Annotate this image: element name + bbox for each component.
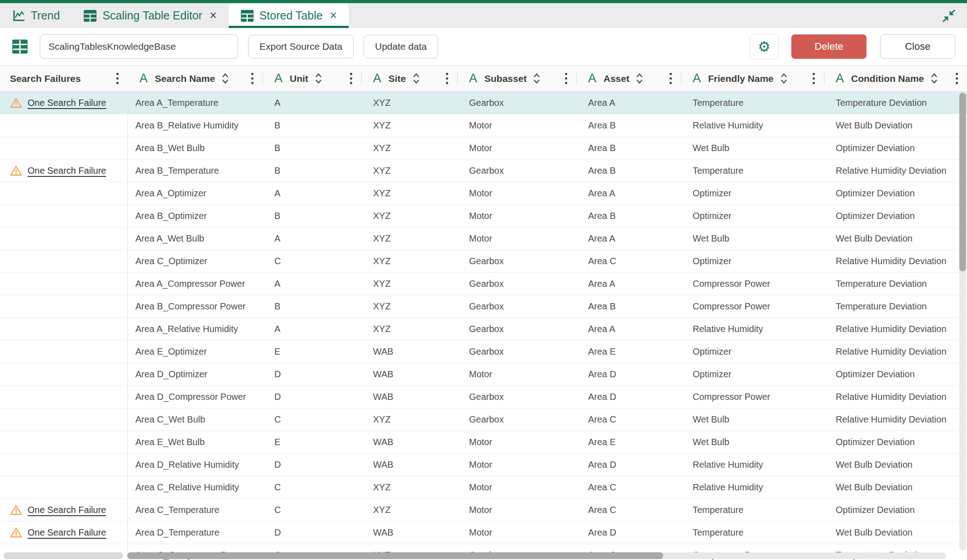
warning-icon xyxy=(10,504,22,516)
search-failure-label[interactable]: One Search Failure xyxy=(28,166,106,176)
column-header-friendly-name[interactable]: AFriendly Name xyxy=(681,66,824,91)
vertical-scrollbar-thumb[interactable] xyxy=(959,93,966,271)
column-menu-icon[interactable] xyxy=(248,70,257,87)
cell-site: XYZ xyxy=(361,476,457,498)
column-menu-icon[interactable] xyxy=(809,70,819,87)
table-row[interactable]: Area E_OptimizerEWABGearboxArea EOptimiz… xyxy=(0,341,967,363)
column-menu-icon[interactable] xyxy=(666,70,675,87)
table-row[interactable]: Area D_Relative HumidityDWABMotorArea DR… xyxy=(0,454,967,476)
sort-icon[interactable] xyxy=(315,72,322,85)
search-failure-label[interactable]: One Search Failure xyxy=(28,527,106,538)
table-row[interactable]: Area A_Compressor PowerAXYZGearboxArea A… xyxy=(0,273,967,295)
cell-condition-name: Relative Humidity Deviation xyxy=(824,250,967,272)
cell-unit: C xyxy=(263,408,361,431)
search-failures-cell xyxy=(0,273,128,295)
collapse-icon[interactable] xyxy=(941,8,957,24)
horizontal-scrollbar[interactable] xyxy=(127,552,946,559)
update-data-button[interactable]: Update data xyxy=(364,35,438,58)
tab-stored-table[interactable]: Stored Table × xyxy=(229,3,349,28)
cell-search-name: Area C_Relative Humidity xyxy=(128,476,263,498)
close-tab-icon[interactable]: × xyxy=(330,9,337,22)
column-menu-icon[interactable] xyxy=(113,70,122,87)
table-row[interactable]: Area C_Wet BulbCXYZGearboxArea CWet Bulb… xyxy=(0,408,967,431)
column-menu-icon[interactable] xyxy=(346,70,356,87)
vertical-scrollbar[interactable] xyxy=(959,93,966,551)
table-row[interactable]: One Search FailureArea D_TemperatureDWAB… xyxy=(0,522,967,544)
cell-asset: Area D xyxy=(576,386,681,408)
search-failure-link[interactable]: One Search Failure xyxy=(10,527,106,538)
search-failures-cell xyxy=(0,137,128,159)
column-header-search-failures[interactable]: Search Failures xyxy=(0,66,128,91)
horizontal-scrollbar-thumb[interactable] xyxy=(127,552,663,559)
search-failures-cell: One Search Failure xyxy=(0,92,128,114)
cell-site: WAB xyxy=(361,522,457,544)
cell-asset: Area C xyxy=(576,408,681,431)
table-body: One Search FailureArea A_TemperatureAXYZ… xyxy=(0,92,967,560)
sort-icon[interactable] xyxy=(930,72,938,85)
cell-friendly-name: Wet Bulb xyxy=(681,137,824,159)
column-menu-icon[interactable] xyxy=(952,70,962,87)
cell-unit: C xyxy=(263,250,361,272)
top-accent-bar xyxy=(0,0,967,3)
cell-unit: A xyxy=(263,92,361,114)
search-failure-link[interactable]: One Search Failure xyxy=(10,504,106,516)
tab-trend[interactable]: Trend xyxy=(0,3,72,28)
column-header-search-name[interactable]: ASearch Name xyxy=(128,66,263,91)
horizontal-scrollbar-pinned[interactable] xyxy=(4,552,123,559)
sort-icon[interactable] xyxy=(412,72,420,85)
table-row[interactable]: Area B_Compressor PowerBXYZGearboxArea B… xyxy=(0,295,967,318)
cell-site: WAB xyxy=(361,454,457,476)
column-header-asset[interactable]: AAsset xyxy=(576,66,681,91)
table-row[interactable]: Area B_Wet BulbBXYZMotorArea BWet BulbOp… xyxy=(0,137,967,160)
column-menu-icon[interactable] xyxy=(561,70,571,87)
table-row[interactable]: Area B_OptimizerBXYZMotorArea BOptimizer… xyxy=(0,205,967,228)
table-row[interactable]: Area A_Wet BulbAXYZMotorArea AWet BulbWe… xyxy=(0,228,967,250)
sort-icon[interactable] xyxy=(780,72,788,85)
tab-scaling-table-editor[interactable]: Scaling Table Editor × xyxy=(72,3,228,28)
cell-friendly-name: Optimizer xyxy=(681,250,824,272)
column-header-unit[interactable]: AUnit xyxy=(263,66,361,91)
table-row[interactable]: Area D_OptimizerDWABMotorArea DOptimizer… xyxy=(0,363,967,386)
cell-friendly-name: Temperature xyxy=(681,92,824,114)
export-source-data-button[interactable]: Export Source Data xyxy=(248,35,354,58)
tab-bar: Trend Scaling Table Editor × xyxy=(0,3,967,28)
close-button[interactable]: Close xyxy=(880,34,955,59)
table-name-input[interactable] xyxy=(40,34,238,59)
cell-subasset: Motor xyxy=(457,522,576,544)
sort-icon[interactable] xyxy=(221,72,229,85)
close-tab-icon[interactable]: × xyxy=(210,9,217,22)
column-header-condition-name[interactable]: ACondition Name xyxy=(824,66,967,91)
cell-subasset: Motor xyxy=(457,228,576,250)
table-row[interactable]: One Search FailureArea A_TemperatureAXYZ… xyxy=(0,92,967,114)
table-row[interactable]: Area D_Compressor PowerDWABGearboxArea D… xyxy=(0,386,967,408)
search-failures-cell xyxy=(0,114,128,137)
settings-button[interactable]: ⚙ xyxy=(750,34,779,59)
table-row[interactable]: Area A_Relative HumidityAXYZGearboxArea … xyxy=(0,318,967,341)
cell-search-name: Area C_Optimizer xyxy=(128,250,263,272)
search-failure-label[interactable]: One Search Failure xyxy=(28,505,106,515)
sort-icon[interactable] xyxy=(636,72,643,85)
table-row[interactable]: Area B_Relative HumidityBXYZMotorArea BR… xyxy=(0,114,967,137)
column-header-subasset[interactable]: ASubasset xyxy=(457,66,576,91)
tab-label: Trend xyxy=(31,9,60,22)
search-failures-cell: One Search Failure xyxy=(0,522,128,544)
table-row[interactable]: Area A_OptimizerAXYZMotorArea AOptimizer… xyxy=(0,182,967,205)
column-menu-icon[interactable] xyxy=(442,70,452,87)
delete-button[interactable]: Delete xyxy=(791,34,866,59)
table-row[interactable]: Area E_Wet BulbEWABMotorArea EWet BulbOp… xyxy=(0,431,967,454)
cell-search-name: Area B_Compressor Power xyxy=(128,295,263,318)
search-failure-label[interactable]: One Search Failure xyxy=(28,98,106,108)
search-failures-cell xyxy=(0,318,128,340)
warning-icon xyxy=(10,527,22,538)
search-failure-link[interactable]: One Search Failure xyxy=(10,165,106,176)
table-row[interactable]: Area C_Relative HumidityCXYZMotorArea CR… xyxy=(0,476,967,499)
column-header-site[interactable]: ASite xyxy=(361,66,457,91)
table-row[interactable]: One Search FailureArea C_TemperatureCXYZ… xyxy=(0,499,967,522)
table-row[interactable]: Area C_OptimizerCXYZGearboxArea COptimiz… xyxy=(0,250,967,273)
search-failures-cell: One Search Failure xyxy=(0,160,128,182)
cell-search-name: Area D_Temperature xyxy=(128,522,263,544)
search-failure-link[interactable]: One Search Failure xyxy=(10,97,106,109)
sort-icon[interactable] xyxy=(533,72,541,85)
cell-asset: Area C xyxy=(576,250,681,272)
table-row[interactable]: One Search FailureArea B_TemperatureBXYZ… xyxy=(0,160,967,182)
